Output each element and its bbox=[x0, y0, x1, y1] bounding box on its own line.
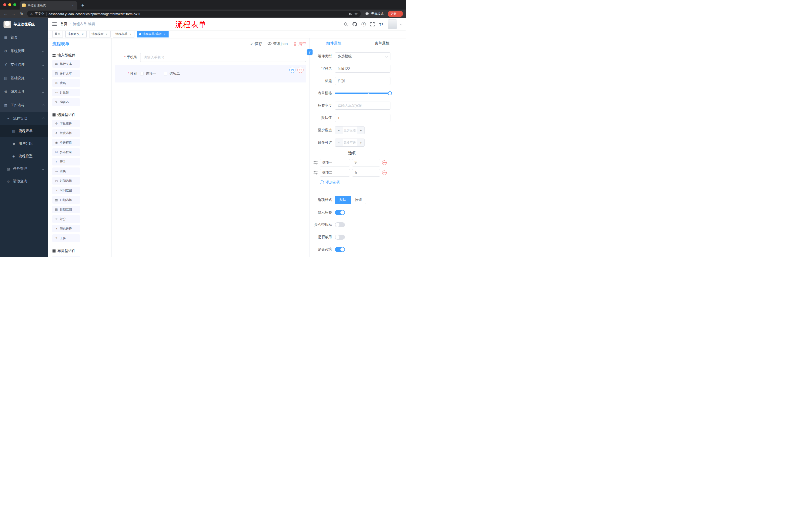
max-select-input[interactable] bbox=[343, 139, 357, 146]
decrease-button[interactable] bbox=[335, 139, 343, 146]
tab-form-props[interactable]: 表单属性 bbox=[358, 38, 406, 48]
close-icon[interactable] bbox=[163, 32, 166, 36]
min-select-input[interactable] bbox=[343, 127, 357, 134]
palette-item-cascader[interactable]: ⋔级联选择 bbox=[52, 129, 80, 137]
chevron-down-icon[interactable] bbox=[400, 23, 403, 25]
clear-button[interactable]: 清空 bbox=[293, 42, 306, 46]
option-value-input[interactable] bbox=[352, 159, 380, 166]
view-json-button[interactable]: 查看json bbox=[267, 42, 288, 46]
window-close-button[interactable] bbox=[3, 3, 6, 6]
palette-item-counter[interactable]: 123计数器 bbox=[52, 89, 80, 96]
tab-close-icon[interactable] bbox=[71, 3, 75, 7]
palette-item-rate[interactable]: ☆评分 bbox=[52, 215, 80, 223]
help-icon[interactable] bbox=[361, 22, 366, 26]
copy-widget-button[interactable] bbox=[289, 67, 295, 73]
palette-item-checkbox-group[interactable]: ☑多选框组 bbox=[52, 148, 80, 156]
option-label-input[interactable] bbox=[320, 159, 350, 166]
default-value-input[interactable] bbox=[335, 114, 390, 122]
tab-component-props[interactable]: 组件属性 bbox=[310, 38, 358, 48]
forward-button[interactable] bbox=[11, 12, 16, 16]
sidebar-item-process-form[interactable]: ▤ 流程表单 bbox=[0, 125, 48, 137]
sidebar-item-payment-management[interactable]: ¥ 支付管理 bbox=[0, 58, 48, 72]
tag-process-form[interactable]: 流程表单 bbox=[113, 31, 135, 37]
checkbox-option-2[interactable]: 选项二 bbox=[164, 72, 180, 76]
fullscreen-icon[interactable] bbox=[370, 22, 375, 26]
save-button[interactable]: 保存 bbox=[250, 42, 262, 46]
sidebar-item-workflow[interactable]: ▥ 工作流程 bbox=[0, 99, 48, 112]
link-button[interactable] bbox=[307, 49, 313, 55]
window-zoom-button[interactable] bbox=[13, 3, 16, 6]
option-style-default[interactable]: 默认 bbox=[335, 196, 351, 204]
sidebar-item-system-management[interactable]: ⚙ 系统管理 bbox=[0, 44, 48, 58]
hamburger-icon[interactable] bbox=[52, 22, 57, 26]
back-button[interactable] bbox=[3, 12, 8, 16]
palette-item-time-range[interactable]: ◔时间范围 bbox=[52, 187, 80, 194]
slider-handle[interactable] bbox=[388, 91, 392, 95]
close-icon[interactable] bbox=[81, 32, 84, 36]
phone-field-input[interactable] bbox=[140, 53, 306, 62]
new-tab-button[interactable] bbox=[79, 2, 86, 9]
remove-option-button[interactable] bbox=[382, 170, 387, 175]
drag-handle-icon[interactable] bbox=[313, 160, 318, 165]
palette-item-radio-group[interactable]: ◉单选框组 bbox=[52, 139, 80, 146]
increase-button[interactable] bbox=[357, 139, 364, 146]
browser-tab[interactable]: 芋道管理系统 bbox=[20, 1, 77, 9]
tag-process-definition[interactable]: 流程定义 bbox=[65, 31, 87, 37]
field-name-input[interactable] bbox=[335, 64, 390, 73]
github-icon[interactable] bbox=[352, 22, 357, 26]
palette-item-select[interactable]: ⊙下拉选择 bbox=[52, 120, 80, 127]
palette-item-switch[interactable]: ◐开关 bbox=[52, 158, 80, 165]
option-label-input[interactable] bbox=[320, 169, 350, 177]
title-input[interactable] bbox=[335, 77, 390, 85]
window-minimize-button[interactable] bbox=[8, 3, 11, 6]
border-switch[interactable] bbox=[335, 222, 345, 227]
palette-item-date-picker[interactable]: ▦日期选择 bbox=[52, 196, 80, 204]
sidebar-item-process-model[interactable]: ◈ 流程模型 bbox=[0, 150, 48, 162]
disabled-switch[interactable] bbox=[335, 235, 345, 240]
sidebar-item-infrastructure[interactable]: ▤ 基础设施 bbox=[0, 72, 48, 85]
show-label-switch[interactable] bbox=[335, 210, 345, 215]
browser-menu-icon[interactable] bbox=[398, 12, 402, 16]
palette-item-multi-line-text[interactable]: ▤多行文本 bbox=[52, 70, 80, 77]
palette-item-row-container[interactable]: ▢行容器 bbox=[52, 256, 80, 257]
palette-item-upload[interactable]: ⇧上传 bbox=[52, 234, 80, 242]
required-switch[interactable] bbox=[335, 247, 345, 252]
sidebar-item-leave-query[interactable]: ☺ 请假查询 bbox=[0, 175, 48, 188]
tag-home[interactable]: 首页 bbox=[52, 31, 63, 37]
selected-widget-gender[interactable]: 性别 选项一 选项二 bbox=[115, 65, 306, 82]
palette-item-editor[interactable]: ✎编辑器 bbox=[52, 98, 80, 106]
breadcrumb-home[interactable]: 首页 bbox=[60, 22, 67, 26]
palette-item-date-range[interactable]: ▩日期范围 bbox=[52, 206, 80, 213]
component-type-select[interactable]: 多选框组 bbox=[335, 52, 390, 60]
search-icon[interactable] bbox=[344, 22, 348, 26]
sidebar-item-task-management[interactable]: ▧ 任务管理 bbox=[0, 162, 48, 175]
label-width-input[interactable] bbox=[335, 102, 390, 110]
option-style-button[interactable]: 按钮 bbox=[350, 196, 366, 204]
sidebar-item-home[interactable]: ▦ 首页 bbox=[0, 31, 48, 44]
close-icon[interactable] bbox=[128, 32, 132, 36]
sidebar-item-process-management[interactable]: ≡ 流程管理 bbox=[0, 112, 48, 125]
delete-widget-button[interactable] bbox=[297, 67, 303, 73]
palette-item-password[interactable]: ⊛密码 bbox=[52, 79, 80, 87]
key-icon[interactable] bbox=[349, 12, 352, 16]
sidebar-item-dev-tools[interactable]: ⚒ 研发工具 bbox=[0, 85, 48, 99]
palette-item-color-picker[interactable]: ◑颜色选择 bbox=[52, 225, 80, 232]
reload-button[interactable] bbox=[19, 11, 24, 16]
tag-process-model[interactable]: 流程模型 bbox=[89, 31, 111, 37]
tag-process-form-edit[interactable]: 流程表单-编辑 bbox=[137, 31, 169, 37]
update-button[interactable]: 更新 bbox=[388, 11, 403, 17]
palette-item-single-line-text[interactable]: ▭单行文本 bbox=[52, 60, 80, 67]
option-value-input[interactable] bbox=[352, 169, 380, 177]
form-grid-slider[interactable] bbox=[335, 89, 390, 97]
remove-option-button[interactable] bbox=[382, 160, 387, 165]
add-option-button[interactable]: 添加选项 bbox=[320, 180, 340, 185]
increase-button[interactable] bbox=[357, 127, 364, 134]
user-avatar[interactable] bbox=[388, 19, 397, 29]
close-icon[interactable] bbox=[105, 32, 108, 36]
bookmark-star-icon[interactable] bbox=[354, 11, 358, 16]
font-size-icon[interactable] bbox=[379, 22, 383, 26]
palette-item-slider[interactable]: ⊸滑块 bbox=[52, 167, 80, 175]
drag-handle-icon[interactable] bbox=[313, 170, 318, 175]
palette-item-time-picker[interactable]: ◷时间选择 bbox=[52, 177, 80, 185]
checkbox-option-1[interactable]: 选项一 bbox=[140, 72, 156, 76]
